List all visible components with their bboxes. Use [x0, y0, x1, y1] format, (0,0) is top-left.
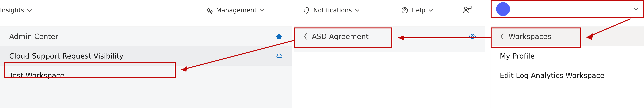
nav-notifications-label: Notifications — [313, 6, 352, 14]
svg-point-5 — [472, 35, 474, 37]
svg-point-3 — [404, 12, 405, 12]
bell-icon — [303, 7, 310, 14]
chevron-down-icon — [634, 7, 638, 11]
nav-management[interactable]: Management — [206, 6, 264, 14]
row-label: Edit Log Analytics Workspace — [500, 71, 604, 80]
panel-asd-agreement: ASD Agreement — [294, 26, 486, 52]
chevron-down-icon — [27, 8, 32, 13]
nav-notifications[interactable]: Notifications — [303, 6, 360, 14]
row-test-workspace[interactable]: Test Workspace — [0, 66, 292, 85]
gears-icon — [206, 7, 213, 14]
chevron-down-icon — [428, 8, 433, 13]
panel-workspaces-title: Workspaces — [508, 32, 551, 41]
panel-admin-center-title: Admin Center — [9, 32, 58, 41]
avatar — [496, 2, 510, 16]
chevron-down-icon — [355, 8, 360, 13]
profile-menu[interactable] — [490, 0, 644, 18]
panel-admin-center-header[interactable]: Admin Center — [0, 27, 292, 46]
home-icon — [275, 33, 283, 40]
row-cloud-support-request-visibility[interactable]: Cloud Support Request Visibility — [0, 46, 292, 66]
panel-asd-agreement-title: ASD Agreement — [312, 32, 368, 41]
cloud-icon — [275, 52, 283, 60]
nav-management-label: Management — [216, 6, 257, 14]
nav-help-label: Help — [411, 6, 426, 14]
row-label: My Profile — [500, 52, 535, 60]
panel-asd-agreement-header[interactable]: ASD Agreement — [294, 27, 485, 46]
help-icon — [401, 7, 408, 14]
chevron-left-icon[interactable] — [303, 33, 308, 40]
nav-help[interactable]: Help — [401, 6, 433, 14]
panel-workspaces: Workspaces My Profile Edit Log Analytics… — [490, 26, 644, 108]
row-label: Test Workspace — [9, 71, 64, 80]
eye-icon — [469, 33, 476, 40]
row-label: Cloud Support Request Visibility — [9, 52, 124, 60]
svg-point-4 — [464, 7, 467, 10]
svg-point-1 — [210, 11, 212, 13]
nav-feedback[interactable] — [462, 5, 472, 14]
chevron-left-icon[interactable] — [500, 33, 505, 40]
feedback-icon — [462, 5, 472, 14]
row-edit-log-analytics-workspace[interactable]: Edit Log Analytics Workspace — [491, 66, 644, 85]
chevron-down-icon — [260, 8, 264, 13]
nav-insights[interactable]: Insights — [0, 6, 50, 14]
panel-admin-center: Admin Center Cloud Support Request Visib… — [0, 26, 292, 108]
panel-workspaces-header[interactable]: Workspaces — [491, 27, 644, 46]
row-my-profile[interactable]: My Profile — [491, 46, 644, 66]
nav-insights-label: Insights — [0, 6, 24, 14]
